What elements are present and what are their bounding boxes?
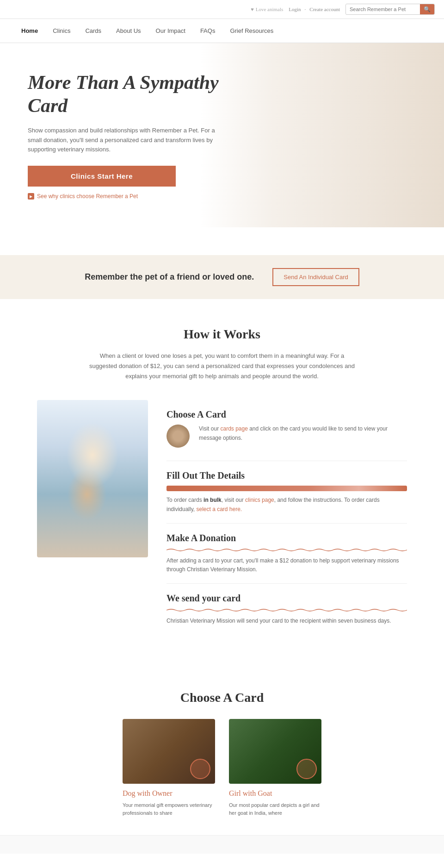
hero-content: More Than A Sympathy Card Show compassio… [28,71,222,200]
choose-card-title: Choose A Card [28,690,416,705]
create-account-link[interactable]: Create account [309,6,340,12]
login-link[interactable]: Login [289,6,301,12]
card-thumb-dog[interactable] [123,719,215,784]
steps-image [37,400,148,557]
step-send-card: We send your card Christian Veterinary M… [166,584,407,635]
nav-grief[interactable]: Grief Resources [222,19,281,43]
video-link-label: See why clinics choose Remember a Pet [37,193,138,200]
step-1-desc: Visit our cards page and click on the ca… [199,425,407,442]
heart-icon: ♥ [251,6,254,12]
cards-grid: Dog with Owner Your memorial gift empowe… [28,719,416,817]
steps-container: Choose A Card Visit our cards page and c… [37,400,407,635]
send-individual-card-button[interactable]: Send An Individual Card [272,268,359,286]
nav-impact[interactable]: Our Impact [148,19,193,43]
step-fill-details: Fill Out The Details To order cards in b… [166,461,407,523]
banner-text: Remember the pet of a friend or loved on… [85,272,254,282]
nav-cards[interactable]: Cards [78,19,109,43]
step-2-desc: To order cards in bulk, visit our clinic… [166,496,407,513]
play-icon: ▶ [28,193,34,200]
clinics-start-here-button[interactable]: Clinics Start Here [28,166,176,187]
nav-faqs[interactable]: FAQs [193,19,223,43]
steps-list: Choose A Card Visit our cards page and c… [166,400,407,635]
hero-title: More Than A Sympathy Card [28,71,222,118]
nav-about[interactable]: About Us [109,19,148,43]
step-1-title: Choose A Card [166,409,407,420]
banner-strip: Remember the pet of a friend or loved on… [0,255,444,299]
video-link[interactable]: ▶ See why clinics choose Remember a Pet [28,193,222,200]
search-bar: 🔍 [345,4,435,15]
how-it-works-title: How it Works [37,327,407,342]
love-animals-label: ♥ Love animals [251,6,283,12]
search-button[interactable]: 🔍 [420,4,434,14]
step-3-squiggle [166,548,407,552]
nav-clinics[interactable]: Clinics [45,19,78,43]
step-choose-card: Choose A Card Visit our cards page and c… [166,400,407,461]
card-item-dog: Dog with Owner Your memorial gift empowe… [123,719,215,817]
card-item-goat: Girl with Goat Our most popular card dep… [229,719,321,817]
cards-page-link[interactable]: cards page [220,425,247,432]
hero-section: More Than A Sympathy Card Show compassio… [0,43,444,227]
step-2-bar [166,486,407,491]
card-name-dog: Dog with Owner [123,789,215,798]
card-thumb-goat[interactable] [229,719,321,784]
how-intro-text: When a client or loved one loses a pet, … [88,351,356,381]
hero-subtitle: Show compassion and build relationships … [28,126,222,155]
clinics-page-link[interactable]: clinics page [245,497,274,503]
top-bar: ♥ Love animals Login · Create account 🔍 [0,0,444,19]
main-nav: Home Clinics Cards About Us Our Impact F… [0,19,444,43]
step-1-mini-image [166,425,190,448]
card-name-goat: Girl with Goat [229,789,321,798]
card-desc-dog: Your memorial gift empowers veterinary p… [123,801,215,817]
auth-links: Login · Create account [289,6,340,12]
search-input[interactable] [346,5,420,14]
hero-background [200,43,444,227]
page-footer [0,835,444,854]
choose-card-section: Choose A Card Dog with Owner Your memori… [0,662,444,835]
step-4-title: We send your card [166,593,407,604]
how-it-works-section: How it Works When a client or loved one … [0,299,444,662]
step-3-desc: After adding a card to your cart, you'll… [166,556,407,574]
card-desc-goat: Our most popular card depicts a girl and… [229,801,321,817]
step-3-title: Make A Donation [166,533,407,543]
step-4-squiggle [166,608,407,612]
nav-home[interactable]: Home [14,19,45,43]
step-donation: Make A Donation After adding a card to y… [166,524,407,584]
step-2-title: Fill Out The Details [166,470,407,481]
girl-dog-photo [37,400,148,557]
step-4-desc: Christian Veterinary Mission will send y… [166,617,407,625]
select-card-link[interactable]: select a card here. [196,506,242,512]
